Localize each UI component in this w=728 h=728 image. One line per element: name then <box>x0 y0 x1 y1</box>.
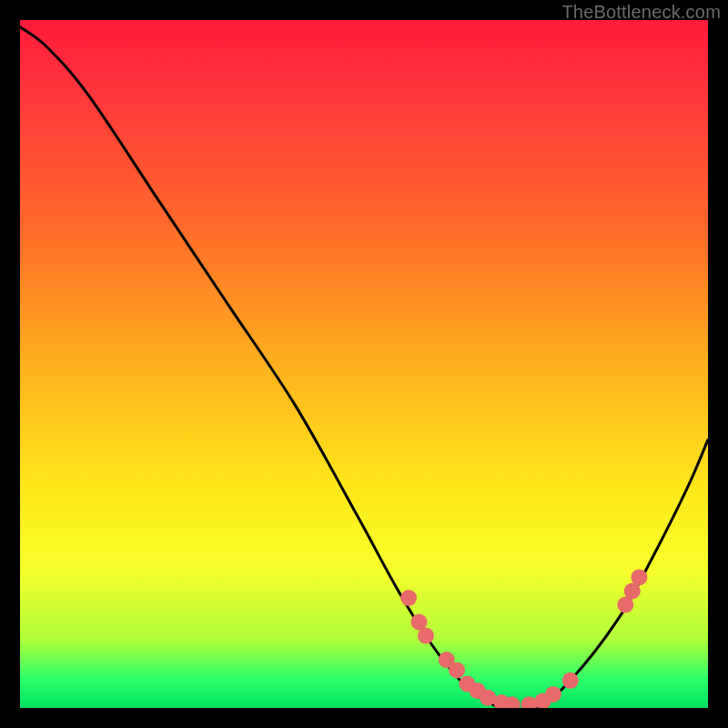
attribution-text: TheBottleneck.com <box>561 2 721 23</box>
highlight-dot <box>418 628 434 644</box>
highlight-dot <box>411 614 428 631</box>
highlight-dot <box>449 662 465 678</box>
highlight-dot <box>439 652 455 668</box>
highlight-dot <box>624 583 641 600</box>
highlight-dot <box>470 682 486 699</box>
highlight-dot <box>535 693 551 708</box>
highlight-dot <box>459 676 475 693</box>
highlight-dot <box>545 686 561 703</box>
highlight-dot <box>562 672 579 689</box>
highlight-dot <box>400 590 417 606</box>
chart-plot-area <box>20 20 708 708</box>
chart-svg <box>20 20 708 708</box>
chart-frame: TheBottleneck.com <box>0 0 728 728</box>
highlight-dots <box>400 569 647 708</box>
highlight-dot <box>480 690 496 706</box>
highlight-dot <box>631 569 647 585</box>
highlight-dot <box>504 696 521 708</box>
highlight-dot <box>521 696 537 708</box>
bottleneck-curve <box>20 27 708 708</box>
highlight-dot <box>617 597 633 613</box>
highlight-dot <box>493 694 510 708</box>
